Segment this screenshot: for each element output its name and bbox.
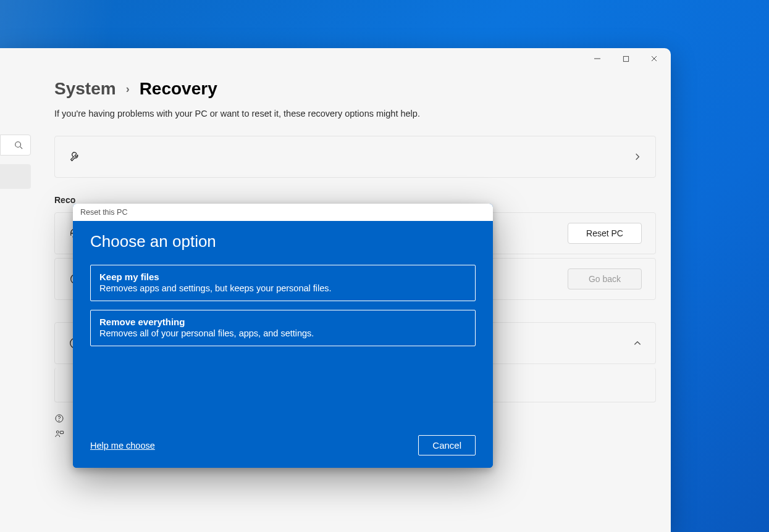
breadcrumb: System › Recovery [54,79,656,99]
dialog-title: Choose an option [90,232,476,251]
page-subtitle: If you're having problems with your PC o… [54,109,656,118]
option-keep-my-files[interactable]: Keep my files Removes apps and settings,… [90,265,476,301]
page-title: Recovery [140,79,217,99]
desktop-gradient [0,0,769,56]
option-remove-everything[interactable]: Remove everything Removes all of your pe… [90,310,476,346]
settings-window: System › Recovery If you're having probl… [0,48,671,532]
close-button[interactable] [640,49,668,69]
wrench-icon [69,150,82,164]
chevron-up-icon [633,339,642,347]
minimize-button[interactable] [583,49,611,69]
dialog-window-title: Reset this PC [73,204,493,221]
help-icon [54,414,64,423]
svg-point-10 [59,420,59,421]
svg-rect-12 [60,431,63,434]
reset-pc-button[interactable]: Reset PC [568,223,642,244]
navigation-rail [0,135,31,189]
svg-point-11 [56,431,59,433]
breadcrumb-parent[interactable]: System [54,79,116,99]
svg-line-5 [20,147,23,149]
help-me-choose-link[interactable]: Help me choose [90,441,155,451]
chevron-right-icon: › [126,83,130,96]
troubleshoot-card[interactable] [54,136,656,178]
svg-point-4 [15,142,21,148]
chevron-right-icon [633,152,642,161]
sidebar-item-system[interactable] [0,164,31,189]
search-icon [14,141,23,149]
cancel-button[interactable]: Cancel [418,435,476,455]
option-desc: Removes all of your personal files, apps… [99,328,466,338]
option-title: Keep my files [99,272,466,282]
feedback-icon [54,430,64,439]
maximize-button[interactable] [611,49,640,69]
option-title: Remove everything [99,317,466,327]
search-input[interactable] [0,135,31,156]
reset-pc-dialog: Reset this PC Choose an option Keep my f… [73,204,493,468]
go-back-button: Go back [568,268,642,289]
window-titlebar [0,48,671,69]
option-desc: Removes apps and settings, but keeps you… [99,283,466,293]
svg-rect-1 [623,56,628,61]
